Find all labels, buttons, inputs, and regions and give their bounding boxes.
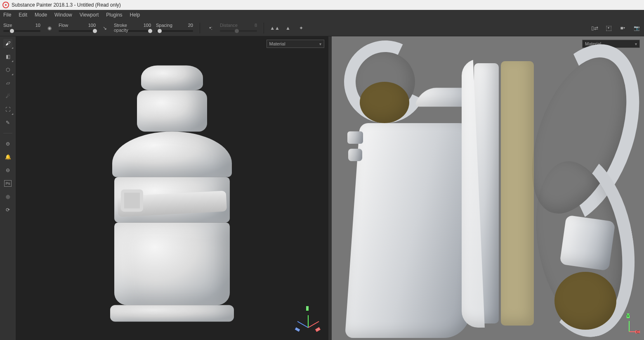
screenshot-icon[interactable]: 📷 <box>632 24 641 32</box>
uv-island <box>347 131 363 144</box>
menu-help[interactable]: Help <box>130 12 140 18</box>
distance-label: Distance <box>220 23 238 28</box>
size-value: 10 <box>31 23 40 28</box>
content: 🖌 ◧ ⬡ ▱ ☄ ⛶ ✎ ⊖ 🔔 ⊖ Ps ◎ ⟳ Material ▾ <box>0 36 644 340</box>
menu-viewport[interactable]: Viewport <box>80 12 99 18</box>
photoshop-export-icon[interactable]: Ps <box>3 179 12 188</box>
axis-gizmo-2d[interactable]: V U <box>618 314 639 334</box>
stroke-opacity-label: Stroke opacity <box>114 23 142 33</box>
flow-value: 100 <box>86 23 96 28</box>
alerts-icon[interactable]: 🔔 <box>3 152 12 162</box>
title-bar: Substance Painter 2018.1.3 - Untitled (R… <box>0 0 644 10</box>
picker-tool[interactable]: ✎ <box>3 118 12 127</box>
flow-label: Flow <box>59 23 68 28</box>
material-dropdown-3d[interactable]: Material ▾ <box>267 40 324 48</box>
clone-tool[interactable]: ⛶ <box>3 105 12 114</box>
material-dropdown-3d-label: Material <box>269 41 285 46</box>
view-mode-icon[interactable]: ⬚▾ <box>604 24 613 32</box>
lazy-mouse-icon[interactable]: •: <box>207 24 215 32</box>
size-label: Size <box>3 23 12 28</box>
spacing-value: 20 <box>183 23 193 28</box>
projection-tool[interactable]: ⬡ <box>3 65 12 74</box>
eraser-tool[interactable]: ◧ <box>3 52 12 61</box>
menu-mode[interactable]: Mode <box>35 12 47 18</box>
iray-icon[interactable]: ◎ <box>3 192 12 201</box>
chevron-down-icon: ▾ <box>319 42 321 46</box>
symmetry-settings-icon[interactable]: ✦ <box>297 24 305 32</box>
distance-value: 8 <box>247 23 257 28</box>
axis-z-label: Z <box>295 327 300 332</box>
uv-island <box>554 272 616 330</box>
axis-gizmo-3d[interactable]: Y X Z <box>295 307 320 332</box>
symmetry-x-icon[interactable]: ▲▲ <box>271 24 279 32</box>
uv-island <box>348 149 362 161</box>
axis-v-label: V <box>627 314 630 318</box>
chevron-down-icon: ▾ <box>635 42 637 46</box>
symmetry-y-icon[interactable]: ▲ <box>284 24 292 32</box>
axis-x-label: X <box>315 327 321 332</box>
spacing-label: Spacing <box>156 23 172 28</box>
viewport-3d[interactable]: Material ▾ Y X Z <box>16 36 328 340</box>
paint-brush-tool[interactable]: 🖌 <box>3 39 12 48</box>
perspective-toggle-icon[interactable]: ▯⇄ <box>590 24 599 32</box>
flow-group: Flow 100 <box>59 24 96 32</box>
viewport-area: Material ▾ Y X Z <box>16 36 644 340</box>
axis-y-label: Y <box>306 306 309 311</box>
menu-bar: File Edit Mode Window Viewport Plugins H… <box>0 10 644 20</box>
menu-edit[interactable]: Edit <box>19 12 27 18</box>
shelf-toggle-icon[interactable]: ⊖ <box>3 139 12 148</box>
flow-slider[interactable]: Flow 100 <box>59 30 96 32</box>
uv-island <box>559 215 616 271</box>
tool-panel: 🖌 ◧ ⬡ ▱ ☄ ⛶ ✎ ⊖ 🔔 ⊖ Ps ◎ ⟳ <box>0 36 16 340</box>
window-title: Substance Painter 2018.1.3 - Untitled (R… <box>12 2 121 8</box>
model-preview <box>106 65 238 321</box>
size-group: Size 10 <box>3 24 40 32</box>
polygon-fill-tool[interactable]: ▱ <box>3 78 12 88</box>
brush-hardness-icon[interactable]: ◉ <box>45 24 54 32</box>
stroke-opacity-group: Stroke opacity 100 <box>114 24 151 32</box>
distance-slider: Distance 8 <box>220 30 257 32</box>
uv-island <box>360 82 409 123</box>
spacing-slider[interactable]: Spacing 20 <box>156 30 193 32</box>
app-icon <box>2 2 9 8</box>
distance-group: Distance 8 <box>220 24 257 32</box>
camera-mode-icon[interactable]: ■▾ <box>618 24 627 32</box>
spacing-group: Spacing 20 <box>156 24 193 32</box>
brush-toolbar: Size 10 ◉ Flow 100 ↘ Stroke opacity 100 <box>0 20 644 36</box>
menu-window[interactable]: Window <box>54 12 72 18</box>
smudge-tool[interactable]: ☄ <box>3 92 12 101</box>
settings-sync-icon[interactable]: ⟳ <box>3 205 12 214</box>
viewport-2d[interactable]: Material ▾ V U <box>332 36 644 340</box>
menu-plugins[interactable]: Plugins <box>106 12 122 18</box>
axis-u-label: U <box>635 330 640 333</box>
angle-icon[interactable]: ↘ <box>101 24 109 32</box>
menu-file[interactable]: File <box>3 12 11 18</box>
stroke-opacity-slider[interactable]: Stroke opacity 100 <box>114 30 151 32</box>
size-slider[interactable]: Size 10 <box>3 30 40 32</box>
render-icon[interactable]: ⊖ <box>3 166 12 175</box>
